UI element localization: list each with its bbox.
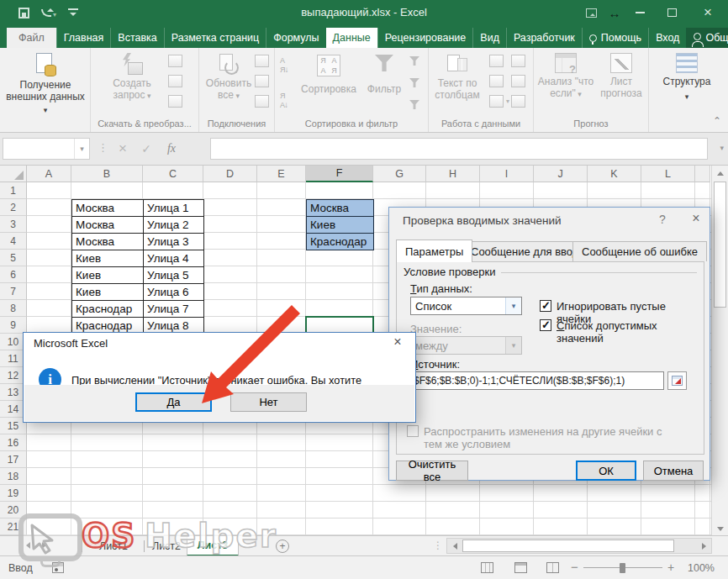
- scroll-left-button[interactable]: [447, 539, 462, 553]
- vertical-scroll-thumb[interactable]: [714, 182, 726, 308]
- cell-B4[interactable]: Москва: [71, 233, 144, 250]
- clear-filter-icon[interactable]: [409, 56, 419, 66]
- column-header-G[interactable]: G: [373, 166, 426, 182]
- scroll-down-button[interactable]: [712, 522, 728, 536]
- cell-B6[interactable]: Киев: [71, 266, 144, 284]
- cell-C3[interactable]: Улица 2: [143, 216, 204, 234]
- column-header-F[interactable]: F: [306, 166, 373, 182]
- expand-formula-bar-icon[interactable]: [720, 144, 724, 152]
- range-selector-button[interactable]: [667, 371, 687, 390]
- sort-za-icon[interactable]: ЯА↓: [280, 92, 288, 109]
- minimize-button[interactable]: [625, 0, 654, 25]
- row-header-2[interactable]: 2: [0, 199, 27, 216]
- tab-help[interactable]: Помощь: [582, 28, 648, 48]
- outline-button[interactable]: Структура: [659, 53, 715, 103]
- data-type-combobox[interactable]: Список: [410, 297, 522, 315]
- column-header-C[interactable]: C: [143, 166, 203, 182]
- column-header-B[interactable]: B: [71, 166, 143, 182]
- column-header-D[interactable]: D: [203, 166, 257, 182]
- row-header-5[interactable]: 5: [0, 250, 27, 266]
- zoom-in-button[interactable]: [667, 561, 674, 574]
- cell-B2[interactable]: Москва: [71, 199, 144, 217]
- cell-F2[interactable]: Москва: [306, 199, 374, 217]
- sheet-tab-list2[interactable]: Лист2: [146, 536, 187, 556]
- connections-icon[interactable]: [255, 55, 269, 67]
- consolidate-icon[interactable]: [511, 55, 525, 67]
- row-header-16[interactable]: 16: [0, 434, 27, 451]
- ok-button[interactable]: ОК: [576, 461, 636, 481]
- dialog-tab-settings[interactable]: Параметры: [396, 239, 472, 262]
- row-header-4[interactable]: 4: [0, 233, 27, 250]
- row-header-3[interactable]: 3: [0, 216, 27, 233]
- close-button[interactable]: [691, 0, 725, 25]
- cell-C4[interactable]: Улица 3: [143, 233, 204, 250]
- text-to-columns-button[interactable]: Текст по столбцам: [430, 53, 484, 101]
- normal-view-icon[interactable]: [481, 562, 493, 573]
- refresh-all-button[interactable]: Обновить все: [204, 53, 253, 102]
- tab-file[interactable]: Файл: [7, 28, 56, 48]
- insert-function-icon[interactable]: [160, 138, 183, 160]
- tab-insert[interactable]: Вставка: [110, 28, 163, 48]
- scroll-right-button[interactable]: [697, 539, 711, 553]
- recent-sources-icon[interactable]: [168, 95, 182, 108]
- cell-B7[interactable]: Киев: [71, 283, 144, 301]
- sign-in-button[interactable]: Вход: [648, 28, 686, 48]
- relationships-icon[interactable]: [511, 75, 525, 87]
- dialog-tab-error-alert[interactable]: Сообщение об ошибке: [572, 241, 707, 261]
- cell-B8[interactable]: Краснодар: [71, 300, 144, 318]
- column-header-L[interactable]: L: [641, 166, 695, 182]
- advanced-filter-icon[interactable]: [409, 100, 419, 109]
- combo-dropdown-icon[interactable]: [505, 297, 521, 314]
- zoom-out-button[interactable]: [571, 560, 578, 574]
- what-if-analysis-button[interactable]: Анализ "что если": [535, 53, 596, 100]
- dialog-close-button[interactable]: [685, 211, 707, 229]
- share-button[interactable]: Общий доступ: [686, 28, 728, 48]
- cancel-button[interactable]: Отмена: [643, 461, 704, 481]
- row-header-21[interactable]: 21: [0, 518, 27, 535]
- show-queries-icon[interactable]: [168, 55, 182, 67]
- scroll-up-button[interactable]: [712, 166, 728, 180]
- tab-data[interactable]: Данные: [326, 28, 377, 48]
- row-header-9[interactable]: 9: [0, 317, 27, 334]
- row-header-17[interactable]: 17: [0, 451, 27, 468]
- row-header-7[interactable]: 7: [0, 283, 27, 300]
- column-header-H[interactable]: H: [426, 166, 480, 182]
- properties-icon[interactable]: [255, 75, 269, 87]
- cell-B3[interactable]: Москва: [71, 216, 144, 234]
- scrollbar-resize-handle[interactable]: [433, 540, 443, 551]
- sort-button[interactable]: ЯААЯ Сортировка: [298, 55, 359, 95]
- tab-review[interactable]: Рецензирование: [377, 28, 473, 48]
- page-break-view-icon[interactable]: [546, 562, 559, 573]
- tab-home[interactable]: Главная: [56, 28, 111, 48]
- column-header-K[interactable]: K: [588, 166, 641, 182]
- horizontal-scroll-thumb[interactable]: [462, 540, 674, 552]
- vertical-scrollbar[interactable]: [711, 166, 728, 536]
- row-header-1[interactable]: 1: [0, 182, 27, 199]
- dialog-help-button[interactable]: [653, 213, 672, 229]
- page-layout-view-icon[interactable]: [514, 562, 527, 573]
- cell-C6[interactable]: Улица 5: [143, 266, 204, 284]
- name-box[interactable]: [3, 138, 90, 160]
- collapse-ribbon-icon[interactable]: [713, 115, 721, 127]
- flash-fill-icon[interactable]: [489, 55, 504, 67]
- formula-input[interactable]: [210, 138, 708, 160]
- reapply-filter-icon[interactable]: [409, 78, 419, 87]
- sheet-nav-prev-icon[interactable]: [25, 542, 30, 549]
- sheet-tab-list1[interactable]: Лист1: [84, 536, 143, 556]
- edit-links-icon[interactable]: [255, 95, 269, 108]
- row-header-20[interactable]: 20: [0, 502, 27, 518]
- row-header-19[interactable]: 19: [0, 485, 27, 502]
- column-header-overflow[interactable]: [695, 166, 710, 182]
- sort-az-icon[interactable]: АЯ↓: [280, 56, 288, 74]
- zoom-level[interactable]: 100%: [688, 562, 715, 574]
- filter-button[interactable]: Фильтр: [362, 55, 406, 95]
- column-header-J[interactable]: J: [534, 166, 588, 182]
- cell-F4[interactable]: Краснодар: [306, 233, 374, 250]
- cell-C7[interactable]: Улица 6: [143, 283, 204, 301]
- cell-C8[interactable]: Улица 7: [143, 300, 204, 318]
- tab-page-layout[interactable]: Разметка страниц: [164, 28, 266, 48]
- zoom-slider-thumb[interactable]: [620, 563, 625, 573]
- column-header-A[interactable]: A: [27, 166, 71, 182]
- cell-C5[interactable]: Улица 4: [143, 250, 204, 267]
- tab-developer[interactable]: Разработчик: [506, 28, 582, 48]
